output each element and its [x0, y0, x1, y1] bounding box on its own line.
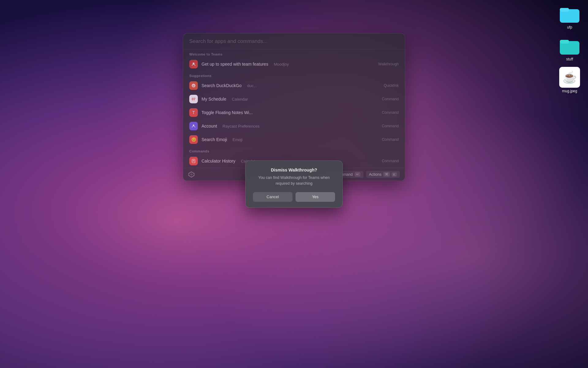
search-emoji-subtitle: Emoji	[232, 137, 243, 142]
desktop-icon-stuff[interactable]: stuff	[557, 35, 582, 61]
calculator-icon	[189, 157, 198, 165]
list-item-account[interactable]: Account Raycast Preferences Command	[183, 119, 405, 133]
calendar-icon: 07	[189, 95, 198, 103]
search-input[interactable]	[189, 38, 399, 44]
svg-text:D: D	[193, 84, 195, 87]
mug-image: ☕	[559, 67, 580, 88]
svg-point-11	[193, 161, 194, 162]
toggle-notes-icon: T	[189, 108, 198, 117]
desktop-icon-ufp[interactable]: ufp	[557, 3, 582, 29]
calculator-name: Calculator History	[202, 159, 235, 163]
duckduckgo-icon: D	[189, 81, 198, 90]
walkthrough-subtitle: Moodjoy	[274, 62, 289, 67]
raycast-logo-icon	[188, 171, 195, 178]
duckduckgo-subtitle: duc...	[247, 83, 257, 88]
list-item-search-emoji[interactable]: 😊 Search Emoji Emoji Command	[183, 133, 405, 146]
search-emoji-name: Search Emoji	[202, 137, 227, 142]
account-name: Account	[202, 124, 217, 128]
confirm-dialog: Dismiss Walkthrough? You can find Walkth…	[245, 160, 343, 208]
schedule-badge: Command	[382, 97, 399, 101]
svg-point-10	[193, 161, 193, 162]
list-item-schedule[interactable]: 07 My Schedule Calendar Command	[183, 92, 405, 106]
toggle-notes-name: Toggle Floating Notes Wi...	[202, 110, 253, 115]
teams-icon	[189, 60, 198, 68]
desktop-icon-mug[interactable]: ☕ mug.jpeg	[557, 67, 582, 93]
dialog-title: Dismiss Walkthrough?	[253, 167, 335, 172]
raycast-panel: Welcome to Teams Get up to speed with te…	[183, 33, 405, 181]
account-subtitle: Raycast Preferences	[223, 124, 260, 128]
calculator-badge: Command	[382, 159, 399, 163]
section-label-welcome: Welcome to Teams	[183, 49, 405, 57]
dialog-yes-button[interactable]: Yes	[296, 192, 335, 202]
enter-key-badge: ↵	[355, 172, 360, 177]
list-item-duckduckgo[interactable]: D Search DuckDuckGo duc... Quicklink	[183, 79, 405, 92]
account-icon	[189, 122, 198, 130]
schedule-name: My Schedule	[202, 97, 226, 102]
mug-label: mug.jpeg	[562, 89, 577, 93]
ufp-label: ufp	[567, 25, 572, 29]
teams-icon-svg	[191, 62, 196, 67]
section-label-suggestions: Suggestions	[183, 71, 405, 79]
duckduckgo-name: Search DuckDuckGo	[202, 83, 242, 88]
dialog-body: You can find Walkthrough for Teams when …	[253, 175, 335, 186]
toggle-notes-badge: Command	[382, 110, 399, 115]
section-label-commands: Commands	[183, 146, 405, 154]
folder-ufp-icon	[559, 3, 580, 24]
actions-button[interactable]: Actions ⌘ K	[366, 171, 400, 178]
svg-point-12	[194, 161, 195, 162]
stuff-label: stuff	[566, 57, 573, 61]
duckduckgo-badge: Quicklink	[384, 83, 399, 88]
walkthrough-badge: Walkthrough	[378, 62, 399, 66]
schedule-subtitle: Calendar	[232, 97, 248, 102]
list-item-toggle-notes[interactable]: T Toggle Floating Notes Wi... Command	[183, 106, 405, 119]
svg-rect-9	[193, 160, 194, 161]
svg-rect-3	[560, 40, 569, 44]
folder-stuff-icon	[559, 35, 580, 56]
svg-rect-1	[560, 8, 569, 12]
k-key-badge: K	[392, 172, 397, 177]
list-item-walkthrough[interactable]: Get up to speed with team features Moodj…	[183, 57, 405, 71]
svg-point-4	[193, 63, 194, 64]
account-badge: Command	[382, 124, 399, 128]
actions-label: Actions	[369, 172, 382, 177]
desktop-icons: ufp stuff ☕ mug.jpeg	[557, 3, 582, 93]
svg-rect-8	[192, 159, 195, 163]
dialog-buttons: Cancel Yes	[253, 192, 335, 202]
search-emoji-badge: Command	[382, 137, 399, 142]
search-bar	[183, 33, 405, 49]
dialog-cancel-button[interactable]: Cancel	[253, 192, 292, 202]
cmd-key-badge: ⌘	[383, 172, 390, 177]
walkthrough-name: Get up to speed with team features	[202, 62, 268, 67]
emoji-icon: 😊	[189, 135, 198, 144]
